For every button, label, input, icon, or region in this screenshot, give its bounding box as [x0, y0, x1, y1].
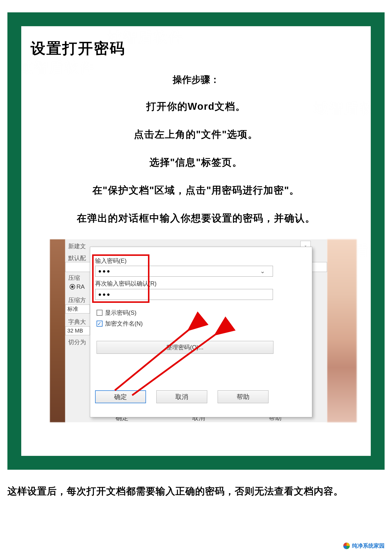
password-value: ●●●: [98, 268, 111, 274]
checkbox-icon: [97, 310, 103, 316]
cancel-button[interactable]: 取消: [156, 390, 207, 403]
inner-page: 域智盾软件 域智盾软件 域智盾软件 域智盾软件 设置打开密码 操作步骤： 打开你…: [21, 26, 371, 456]
arrow-1: [105, 321, 199, 396]
checkbox-checked-icon: [97, 321, 103, 327]
help-button[interactable]: 帮助: [218, 390, 268, 403]
arrow-2: [125, 326, 228, 401]
encrypt-names-label: 加密文件名(N): [105, 320, 143, 328]
password-confirm-label: 再次输入密码以确认(R): [95, 280, 157, 288]
footer-brand: 纯净系统家园: [352, 542, 385, 550]
summary-text: 这样设置后，每次打开文档都需要输入正确的密码，否则无法查看文档内容。: [7, 485, 385, 498]
steps-header: 操作步骤：: [29, 73, 363, 86]
dict-value[interactable]: 32 MB: [65, 326, 90, 335]
label-compress: 压缩: [68, 274, 80, 282]
method-value[interactable]: 标准: [65, 305, 90, 313]
step-2: 点击左上角的"文件"选项。: [29, 128, 363, 141]
dialog-button-row: 确定 取消 帮助: [95, 390, 268, 403]
show-password-checkbox[interactable]: 显示密码(S): [97, 309, 137, 317]
label-method: 压缩方: [68, 296, 86, 304]
radio-rar[interactable]: RA: [70, 283, 85, 290]
password-input[interactable]: ●●●: [95, 266, 273, 277]
step-5: 在弹出的对话框中输入你想要设置的密码，并确认。: [29, 211, 363, 225]
label-default: 默认配: [68, 254, 86, 262]
radio-dot-icon: [70, 284, 75, 289]
page-title: 设置打开密码: [31, 39, 363, 59]
radio-label: RA: [77, 283, 85, 290]
password-dialog: 输入密码(E) ●●● 再次输入密码以确认(R) ●●● 显示密码(S) 加密文…: [90, 247, 312, 417]
ok-button[interactable]: 确定: [95, 390, 146, 403]
step-3: 选择"信息"标签页。: [29, 155, 363, 169]
svg-line-1: [132, 329, 224, 395]
footer-logo: 纯净系统家园: [343, 542, 385, 550]
encrypt-names-checkbox[interactable]: 加密文件名(N): [97, 320, 143, 328]
password-confirm-input[interactable]: ●●●: [95, 289, 273, 300]
step-1: 打开你的Word文档。: [29, 100, 363, 113]
photo-strip-right: [327, 239, 357, 422]
show-password-label: 显示密码(S): [105, 309, 137, 317]
step-4: 在"保护文档"区域，点击"用密码进行加密"。: [29, 183, 363, 197]
outer-frame: 域智盾软件 域智盾软件 域智盾软件 域智盾软件 设置打开密码 操作步骤： 打开你…: [7, 12, 385, 470]
label-split: 切分为: [68, 338, 86, 346]
chevron-down-icon[interactable]: [259, 267, 267, 275]
svg-line-0: [115, 324, 196, 390]
label-new: 新建文: [68, 242, 86, 250]
manage-passwords-button[interactable]: 整理密码(O)...: [97, 341, 273, 354]
screenshot-area: 新建文 默认配 压缩 RA 压缩方 标准 字典大 32 MB 切分为 ⌄ ⌄: [65, 239, 327, 422]
password-confirm-value: ●●●: [98, 291, 111, 298]
photo-strip-left: [50, 239, 65, 422]
password-label: 输入密码(E): [95, 257, 127, 265]
logo-icon: [343, 542, 350, 549]
label-dict: 字典大: [68, 318, 86, 326]
